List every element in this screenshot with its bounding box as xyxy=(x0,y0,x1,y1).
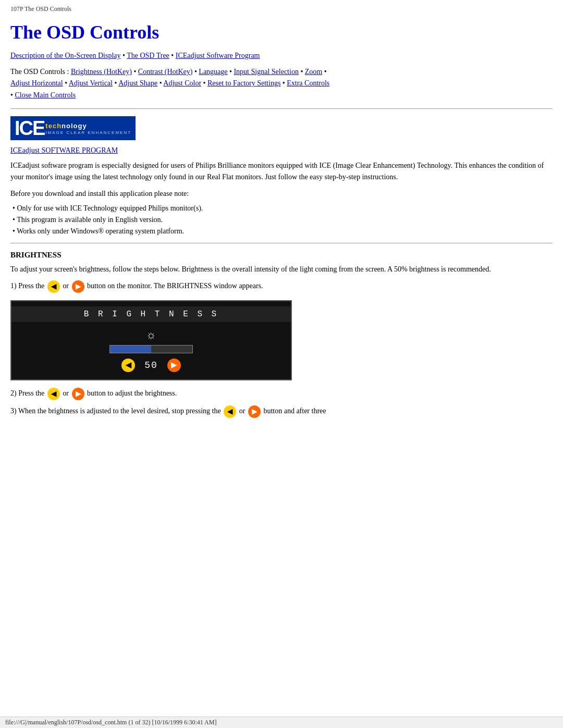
ice-tech: technology xyxy=(45,122,131,130)
ice-right: technology IMAGE CLEAR ENHANCEMENT xyxy=(45,122,131,135)
brightness-description: To adjust your screen's brightness, foll… xyxy=(10,264,553,275)
brightness-value: 50 xyxy=(144,360,158,371)
left-btn-step2[interactable]: ◀ xyxy=(47,388,60,400)
ice-logo-box: ICE technology IMAGE CLEAR ENHANCEMENT xyxy=(10,116,136,140)
ice-subtitle: IMAGE CLEAR ENHANCEMENT xyxy=(45,130,131,135)
link-brightness[interactable]: Brightness (HotKey) xyxy=(71,68,132,76)
brightness-bar-fill xyxy=(110,346,151,353)
page-title: The OSD Controls xyxy=(10,21,553,43)
link-zoom[interactable]: Zoom xyxy=(305,68,322,76)
right-btn-step3[interactable]: ▶ xyxy=(248,405,261,418)
step-2: 2) Press the ◀ or ▶ button to adjust the… xyxy=(10,388,553,400)
divider-2 xyxy=(10,243,553,243)
tab-title: 107P The OSD Controls xyxy=(10,5,71,13)
body-links-intro: The OSD Controls : xyxy=(10,68,71,76)
nav-links: Description of the On-Screen Display • T… xyxy=(10,52,553,60)
brightness-right-btn[interactable]: ▶ xyxy=(167,359,181,372)
link-adjust-shape[interactable]: Adjust Shape xyxy=(118,79,157,87)
ice-bullet-2: • This program is available only in Engl… xyxy=(13,216,553,224)
link-input-signal[interactable]: Input Signal Selection xyxy=(234,68,298,76)
right-btn-step1[interactable]: ▶ xyxy=(72,280,84,293)
brightness-bar xyxy=(109,345,193,353)
brightness-title: BRIGHTNESS xyxy=(10,251,553,260)
ice-description-1: ICEadjust software program is especially… xyxy=(10,160,553,182)
link-adjust-color[interactable]: Adjust Color xyxy=(163,79,201,87)
step-1: 1) Press the ◀ or ▶ button on the monito… xyxy=(10,280,553,293)
ice-bullet-3: • Works only under Windows® operating sy… xyxy=(13,227,553,236)
brightness-controls: ◀ 50 ▶ xyxy=(121,359,181,372)
brightness-diagram-title: B R I G H T N E S S xyxy=(11,306,291,322)
nav-link-iceadjust[interactable]: ICEadjust Software Program xyxy=(176,52,260,59)
right-btn-step2[interactable]: ▶ xyxy=(72,388,84,400)
iceadjust-link[interactable]: ICEadjust SOFTWARE PROGRAM xyxy=(10,146,553,155)
brightness-left-btn[interactable]: ◀ xyxy=(121,359,135,372)
link-reset[interactable]: Reset to Factory Settings xyxy=(207,79,280,87)
ice-bullet-1: • Only for use with ICE Technology equip… xyxy=(13,204,553,213)
link-adjust-horizontal[interactable]: Adjust Horizontal xyxy=(10,79,63,87)
left-btn-step3[interactable]: ◀ xyxy=(224,405,236,418)
nav-link-osd-tree[interactable]: The OSD Tree xyxy=(127,52,169,59)
brightness-sun-icon: ☼ xyxy=(146,328,156,342)
nav-link-description[interactable]: Description of the On-Screen Display xyxy=(10,52,121,59)
ice-description-2: Before you download and install this app… xyxy=(10,188,553,200)
left-btn-step1[interactable]: ◀ xyxy=(47,280,60,293)
body-links: The OSD Controls : Brightness (HotKey) •… xyxy=(10,66,553,101)
brightness-diagram: B R I G H T N E S S ☼ ◀ 50 ▶ xyxy=(10,300,292,380)
divider-1 xyxy=(10,108,553,109)
link-extra-controls[interactable]: Extra Controls xyxy=(287,79,329,87)
ice-logo-section: ICE technology IMAGE CLEAR ENHANCEMENT xyxy=(10,116,553,141)
step-3: 3) When the brightness is adjusted to th… xyxy=(10,405,553,418)
link-adjust-vertical[interactable]: Adjust Vertical xyxy=(69,79,113,87)
link-contrast[interactable]: Contrast (HotKey) xyxy=(138,68,193,76)
ice-letters: ICE xyxy=(15,118,44,138)
tab-bar: 107P The OSD Controls xyxy=(10,5,553,13)
link-language[interactable]: Language xyxy=(199,68,227,76)
link-close-main[interactable]: Close Main Controls xyxy=(15,91,76,99)
